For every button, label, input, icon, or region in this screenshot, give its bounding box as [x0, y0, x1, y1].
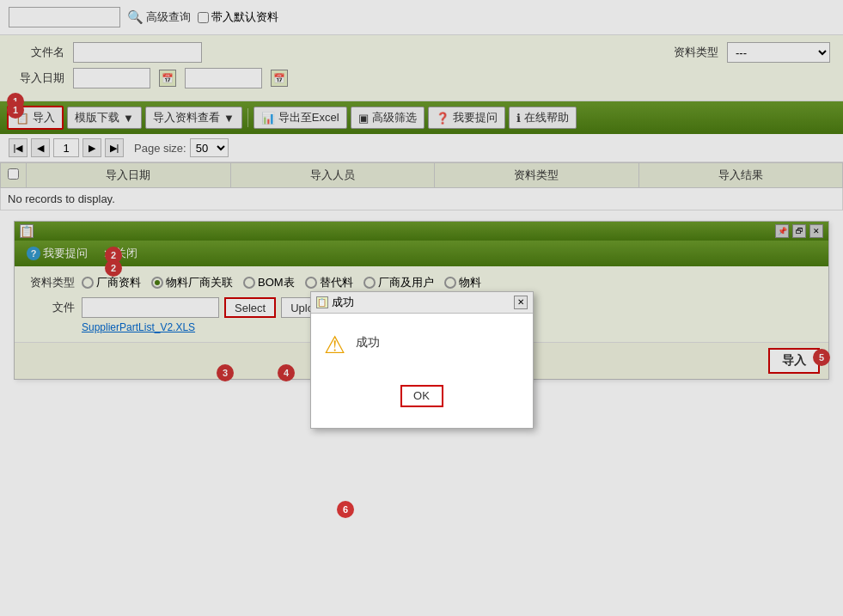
modal-message: 成功	[356, 335, 380, 351]
annotation-6-abs: 6	[337, 501, 354, 518]
modal-ok-button[interactable]: OK	[400, 385, 443, 407]
modal-dialog: 📋 成功 ✕ ⚠ 成功 OK	[310, 291, 534, 429]
modal-close-button[interactable]: ✕	[514, 296, 528, 309]
modal-overlay: 📋 成功 ✕ ⚠ 成功 OK	[0, 0, 843, 616]
modal-title-icon: 📋	[316, 296, 328, 308]
warning-icon: ⚠	[324, 331, 345, 359]
modal-body: ⚠ 成功	[311, 314, 533, 376]
modal-title-text: 成功	[332, 295, 354, 310]
modal-footer: OK	[311, 376, 533, 416]
modal-titlebar: 📋 成功 ✕	[311, 292, 533, 314]
